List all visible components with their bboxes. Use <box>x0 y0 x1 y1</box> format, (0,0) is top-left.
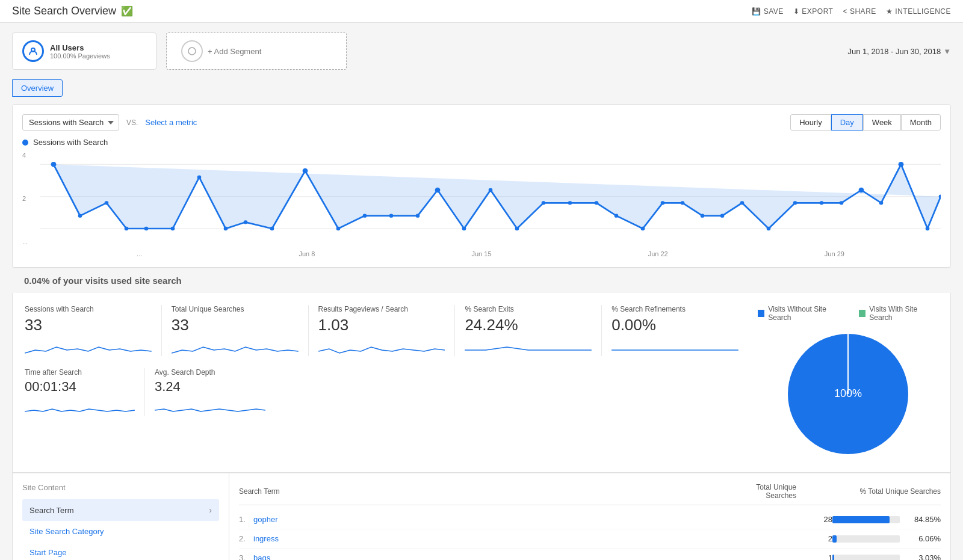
svg-point-19 <box>416 214 420 217</box>
circle-icon <box>188 47 196 55</box>
site-content-panel: Site Content Search Term › Site Search C… <box>13 473 229 560</box>
search-term-link[interactable]: ingress <box>253 534 760 543</box>
svg-point-12 <box>224 227 228 230</box>
svg-point-29 <box>661 201 665 205</box>
bar-background <box>832 555 900 561</box>
segment-icon <box>22 40 44 62</box>
metric-time-after: Time after Search 00:01:34 <box>25 368 145 416</box>
svg-point-35 <box>793 201 797 205</box>
svg-point-18 <box>389 214 394 217</box>
bar-fill <box>832 535 837 543</box>
svg-point-10 <box>171 227 175 230</box>
metric-refinements: % Search Refinements 0.00% <box>612 305 748 356</box>
page-title: Site Search Overview ✅ <box>12 5 133 17</box>
share-button[interactable]: < SHARE <box>843 7 876 16</box>
pie-legend: Visits Without Site Search Visits With S… <box>758 305 938 322</box>
svg-point-31 <box>701 214 705 217</box>
period-week[interactable]: Week <box>863 114 901 131</box>
svg-point-9 <box>144 227 149 230</box>
x-label-jun22: Jun 22 <box>648 250 668 257</box>
save-icon: 💾 <box>752 7 761 16</box>
x-label-jun29: Jun 29 <box>825 250 844 257</box>
svg-point-1 <box>188 48 196 55</box>
period-hourly[interactable]: Hourly <box>790 114 831 131</box>
chevron-right-icon: › <box>209 505 212 515</box>
sparkline-depth <box>155 398 265 416</box>
metric-selector-row: Sessions with Search VS. Select a metric… <box>22 114 941 131</box>
table-row: 3. bags 1 3.03% <box>239 549 941 560</box>
svg-point-15 <box>303 168 308 174</box>
y-axis-labels: 4 2 ... <box>22 152 28 257</box>
legend-green-sq <box>859 310 865 317</box>
all-users-segment[interactable]: All Users 100.00% Pageviews <box>12 32 156 70</box>
period-day[interactable]: Day <box>831 114 863 131</box>
metrics-grid-row2: Time after Search 00:01:34 Avg. Search D… <box>25 368 758 416</box>
tab-row: Overview <box>12 79 951 97</box>
site-content-start-page[interactable]: Start Page <box>22 542 219 560</box>
y-label-2: 2 <box>22 195 28 202</box>
sparkline-refinements <box>612 338 739 356</box>
search-term-link[interactable]: bags <box>253 553 760 560</box>
sparkline-results <box>318 338 445 356</box>
line-chart-svg <box>40 152 941 248</box>
chart-wrapper: 4 2 ... <box>22 152 941 257</box>
x-label-jun15: Jun 15 <box>471 250 491 257</box>
sparkline-exits <box>465 338 592 356</box>
intelligence-button[interactable]: ★ INTELLIGENCE <box>886 7 951 16</box>
bar-fill <box>832 516 890 523</box>
add-segment-button[interactable]: + Add Segment <box>166 32 347 70</box>
svg-point-25 <box>568 201 572 205</box>
select-metric-link[interactable]: Select a metric <box>145 118 197 127</box>
export-button[interactable]: ⬇ EXPORT <box>793 7 834 16</box>
legend-with-search: Visits With Site Search <box>859 305 938 322</box>
site-content-search-term[interactable]: Search Term › <box>22 499 219 521</box>
export-icon: ⬇ <box>793 7 800 16</box>
svg-point-22 <box>489 188 493 192</box>
date-range-picker[interactable]: Jun 1, 2018 - Jun 30, 2018 ▼ <box>847 47 951 56</box>
add-segment-icon <box>181 40 203 62</box>
sparkline-unique <box>172 338 299 356</box>
save-button[interactable]: 💾 SAVE <box>752 7 784 16</box>
svg-point-38 <box>859 188 864 193</box>
search-table: Search Term Total Unique Searches % Tota… <box>229 473 950 560</box>
svg-point-26 <box>595 201 599 205</box>
bar-cell: 84.85% <box>832 515 941 524</box>
segments-row: All Users 100.00% Pageviews + Add Segmen… <box>12 32 951 70</box>
tab-overview[interactable]: Overview <box>12 79 63 97</box>
pie-container: Visits Without Site Search Visits With S… <box>758 305 938 460</box>
bar-background <box>832 516 900 523</box>
x-label-jun8: Jun 8 <box>299 250 315 257</box>
y-label-ellipsis: ... <box>22 238 28 245</box>
chart-legend: Sessions with Search <box>22 138 941 147</box>
svg-point-6 <box>78 214 82 217</box>
svg-point-13 <box>244 220 248 224</box>
metrics-with-pie: Sessions with Search 33 Total Unique Sea… <box>25 305 938 460</box>
bottom-section: Site Content Search Term › Site Search C… <box>12 473 951 560</box>
chart-card: Sessions with Search VS. Select a metric… <box>12 104 951 268</box>
bar-background <box>832 535 900 543</box>
chart-area <box>40 152 941 248</box>
svg-point-33 <box>740 201 745 205</box>
svg-point-24 <box>542 201 546 205</box>
pie-chart-svg: 100% <box>782 328 914 460</box>
period-buttons: Hourly Day Week Month <box>790 114 941 131</box>
summary-bar: 0.04% of your visits used site search <box>12 268 951 293</box>
svg-text:100%: 100% <box>834 387 862 399</box>
legend-blue-sq <box>758 310 764 317</box>
legend-dot <box>22 140 28 146</box>
svg-point-23 <box>515 227 519 230</box>
svg-point-37 <box>840 201 844 205</box>
period-month[interactable]: Month <box>901 114 941 131</box>
metric-results-pv: Results Pageviews / Search 1.03 <box>318 305 456 356</box>
svg-point-41 <box>926 227 930 230</box>
bar-cell: 6.06% <box>832 534 941 543</box>
y-label-4: 4 <box>22 152 28 159</box>
search-term-link[interactable]: gopher <box>253 515 760 524</box>
metric-dropdown[interactable]: Sessions with Search <box>22 114 119 131</box>
svg-point-8 <box>125 227 129 230</box>
svg-point-17 <box>363 214 367 217</box>
metrics-grid-row1: Sessions with Search 33 Total Unique Sea… <box>25 305 758 356</box>
site-content-category[interactable]: Site Search Category <box>22 521 219 542</box>
svg-point-39 <box>879 201 884 205</box>
top-bar: Site Search Overview ✅ 💾 SAVE ⬇ EXPORT <… <box>0 0 963 23</box>
